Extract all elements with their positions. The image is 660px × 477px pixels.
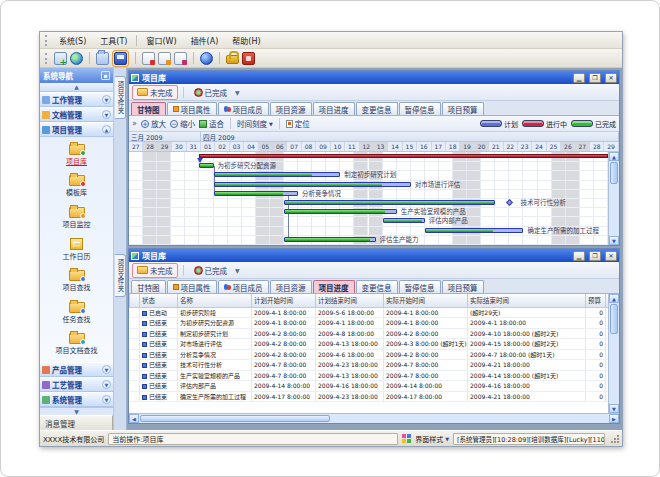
save-icon[interactable] <box>114 52 127 65</box>
zoom-out-button[interactable]: −缩小 <box>170 118 195 129</box>
chevron-down-icon[interactable]: ▼ <box>102 95 111 104</box>
tab-项目成员[interactable]: 项目成员 <box>218 280 269 293</box>
table-row[interactable]: 已结束生产实验室规模的产品2009-4-7 8:00:002009-4-13 1… <box>130 370 609 381</box>
row-selector[interactable] <box>130 381 140 392</box>
table-row[interactable]: 已结束对市场进行评估2009-4-2 8:00:002009-4-13 18:0… <box>130 339 609 350</box>
interface-style-button[interactable]: 界面样式▼ <box>415 434 449 444</box>
report-new-icon[interactable] <box>142 52 155 65</box>
column-header-实际结束时间[interactable]: 实际结束时间 <box>468 294 586 307</box>
table-row[interactable]: 已结束分析竞争情况2009-4-2 8:00:002009-4-6 18:00:… <box>130 349 609 360</box>
open-folder-icon[interactable] <box>96 52 109 65</box>
table-row[interactable]: 已结束技术可行性分析2009-4-7 8:00:002009-4-23 18:0… <box>130 360 609 371</box>
tab-变更信息[interactable]: 变更信息 <box>356 102 398 115</box>
sidebar-group-项目管理[interactable]: 项目管理▲ <box>40 122 113 137</box>
filter-已完成[interactable]: 已完成 <box>189 85 233 100</box>
gantt-bar-制定初步研究计划[interactable] <box>214 172 341 177</box>
tab-项目进度[interactable]: 项目进度 <box>313 102 355 115</box>
zoom-in-button[interactable]: +放大 <box>141 118 166 129</box>
scroll-right-icon[interactable]: ▶ <box>609 414 619 423</box>
gantt-summary-bar-初步研究阶段[interactable] <box>199 154 608 158</box>
menu-item-4[interactable]: 插件(A) <box>184 33 226 48</box>
chevron-up-icon[interactable]: ▲ <box>102 125 111 134</box>
column-header-预算[interactable]: 预算 <box>586 294 606 307</box>
chevron-down-icon[interactable]: ▼ <box>102 395 111 404</box>
sidebar-item-项目文档查找[interactable]: 项目文档查找 <box>40 333 113 355</box>
sidebar-group-产品管理[interactable]: 产品管理▼ <box>40 362 113 377</box>
filter-未完成[interactable]: 未完成 <box>132 85 178 100</box>
table-vertical-scrollbar[interactable]: ▲ ▼ <box>608 294 619 413</box>
gantt-bar-确定生产所需的加工过程[interactable] <box>425 228 524 233</box>
exit-icon[interactable] <box>242 52 255 65</box>
tab-项目成员[interactable]: 项目成员 <box>218 102 269 115</box>
column-header-名称[interactable]: 名称 <box>178 294 252 307</box>
row-selector[interactable] <box>130 307 140 318</box>
filter-已完成[interactable]: 已完成 <box>189 263 233 278</box>
gantt-bar-生产实验室规模的产品[interactable] <box>284 209 397 214</box>
locate-button[interactable]: 定位 <box>286 118 310 129</box>
globe-icon[interactable] <box>70 52 83 65</box>
gantt-bar-为初步研究分配资源[interactable] <box>199 163 213 168</box>
menu-item-5[interactable]: 帮助(H) <box>225 33 267 48</box>
tab-message-management[interactable]: 消息管理 <box>40 415 113 430</box>
sidebar-item-项目查找[interactable]: 项目查找 <box>40 270 113 292</box>
sidebar-item-模板库[interactable]: 模板库 <box>40 175 113 197</box>
tab-甘特图[interactable]: 甘特图 <box>131 280 166 293</box>
close-button[interactable]: ✕ <box>605 251 617 261</box>
table-row[interactable]: 已结束确定生产所需的加工过程2009-4-17 8:00:002009-4-23… <box>130 391 609 402</box>
resize-grip[interactable] <box>611 435 619 443</box>
tab-项目预算[interactable]: 项目预算 <box>442 280 484 293</box>
sidebar-item-项目库[interactable]: 项目库 <box>40 144 113 166</box>
restore-button[interactable]: ❐ <box>589 251 601 261</box>
column-header-状态[interactable]: 状态 <box>140 294 178 307</box>
scroll-thumb[interactable] <box>140 415 330 422</box>
row-selector[interactable] <box>130 318 140 329</box>
progress-table[interactable]: 状态名称计划开始时间计划结束时间实际开始时间实际结束时间预算成本已启动初步研究阶… <box>129 294 608 402</box>
scroll-up-icon[interactable]: ▲ <box>609 294 619 303</box>
table-row[interactable]: 已结束制定初步研究计划2009-4-2 8:00:002009-4-8 18:0… <box>130 328 609 339</box>
tab-project-folder-top[interactable]: 项目文件夹 <box>115 76 126 119</box>
minimize-button[interactable]: ▁ <box>573 73 585 83</box>
filter-未完成[interactable]: 未完成 <box>132 263 178 278</box>
row-selector[interactable] <box>130 328 140 339</box>
gantt-bar-分析竞争情况[interactable] <box>214 191 299 196</box>
chevron-down-icon[interactable]: ▼ <box>102 110 111 119</box>
toolbar-overflow-chevron[interactable]: » <box>132 119 137 128</box>
scroll-up-icon[interactable]: ▲ <box>609 152 619 161</box>
gantt-bar-技术可行性分析[interactable] <box>284 200 495 205</box>
close-button[interactable]: ✕ <box>605 73 617 83</box>
tab-项目进度[interactable]: 项目进度 <box>313 280 355 293</box>
gantt-bar-对市场进行评估[interactable] <box>214 182 411 187</box>
sidebar-item-项目监控[interactable]: 项目监控 <box>40 207 113 229</box>
sidebar-group-工艺管理[interactable]: 工艺管理▼ <box>40 377 113 392</box>
scroll-down-icon[interactable]: ▼ <box>609 236 619 245</box>
scroll-thumb[interactable] <box>610 162 618 184</box>
save-button-highlight[interactable] <box>112 50 129 67</box>
column-header-计划开始时间[interactable]: 计划开始时间 <box>252 294 316 307</box>
scroll-left-icon[interactable]: ◀ <box>129 414 139 423</box>
tab-项目预算[interactable]: 项目预算 <box>442 102 484 115</box>
menu-item-2[interactable]: 工具(T) <box>93 33 134 48</box>
restore-button[interactable]: ❐ <box>589 73 601 83</box>
row-selector[interactable] <box>130 339 140 350</box>
tab-项目属性[interactable]: 项目属性 <box>167 280 217 293</box>
tab-project-folder-bottom[interactable]: 项目文件夹 <box>115 254 126 297</box>
help-icon[interactable] <box>200 52 213 65</box>
column-header-计划结束时间[interactable]: 计划结束时间 <box>316 294 384 307</box>
table-row[interactable]: 已结束为初步研究分配资源2009-4-1 8:00:002009-4-1 18:… <box>130 318 609 329</box>
toolbar-grip[interactable] <box>45 53 49 64</box>
row-selector[interactable] <box>130 391 140 402</box>
chevron-down-icon[interactable]: ▼ <box>102 380 111 389</box>
sidebar-group-系统管理[interactable]: 系统管理▼ <box>40 392 113 407</box>
tab-暂停信息[interactable]: 暂停信息 <box>399 102 441 115</box>
pin-icon[interactable]: ▪ <box>101 71 110 80</box>
menubar-grip[interactable] <box>45 35 49 46</box>
menu-item-3[interactable]: 窗口(W) <box>139 33 183 48</box>
gantt-bar-评估内部产品[interactable] <box>383 218 425 223</box>
row-selector[interactable] <box>130 349 140 360</box>
tab-甘特图[interactable]: 甘特图 <box>131 102 166 115</box>
table-horizontal-scrollbar[interactable]: ◀ ▶ <box>129 413 619 423</box>
scroll-down-icon[interactable]: ▼ <box>609 404 619 413</box>
gantt-bar-评估生产能力[interactable] <box>284 237 376 242</box>
table-row[interactable]: 已启动初步研究阶段2009-4-1 8:00:002009-5-6 18:00:… <box>130 307 609 318</box>
tab-暂停信息[interactable]: 暂停信息 <box>399 280 441 293</box>
